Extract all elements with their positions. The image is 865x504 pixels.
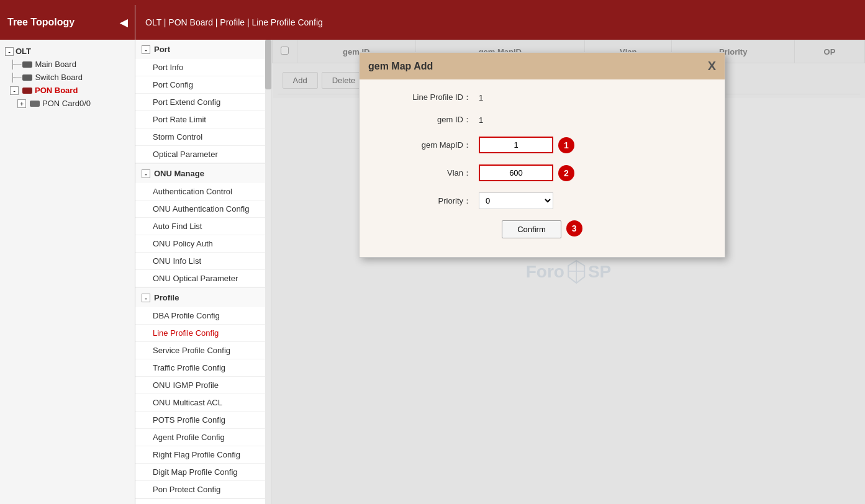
content-area: OLT | PON Board | Profile | Line Profile… — [135, 5, 865, 504]
nav-item-onu-policy-auth[interactable]: ONU Policy Auth — [135, 235, 271, 253]
nav-item-dba-profile[interactable]: DBA Profile Config — [135, 307, 271, 325]
pon-card-expand[interactable]: + — [17, 99, 26, 108]
step-badge-1: 1 — [558, 137, 574, 153]
sidebar-title-label: Tree Topology — [7, 17, 75, 28]
nav-item-onu-auth-config[interactable]: ONU Authentication Config — [135, 200, 271, 218]
nav-section-onu-manage-header[interactable]: - ONU Manage — [135, 164, 271, 183]
gem-mapid-label: gem MapID： — [384, 140, 471, 151]
tree-container: - OLT ├─ Main Board ├─ Switch Board - — [0, 40, 135, 504]
line-profile-id-value: 1 — [479, 93, 483, 102]
onu-manage-expand[interactable]: - — [142, 169, 150, 178]
nav-item-optical-parameter[interactable]: Optical Parameter — [135, 146, 271, 163]
table-area: gem ID gem MapID Vlan Priority OP Add — [272, 40, 865, 504]
pon-board-icon — [22, 88, 32, 94]
form-row-priority: Priority： 0 1 2 3 4 5 6 7 — [384, 192, 700, 209]
sidebar: Tree Topology ◀ - OLT ├─ Main Board ├─ S… — [0, 5, 135, 504]
profile-label: Profile — [154, 293, 179, 302]
nav-item-pots-profile[interactable]: POTS Profile Config — [135, 412, 271, 429]
nav-item-traffic-profile[interactable]: Traffic Profile Config — [135, 359, 271, 377]
modal-body: Line Profile ID： 1 gem ID： 1 gem MapID： — [360, 79, 725, 257]
nav-item-auth-control[interactable]: Authentication Control — [135, 183, 271, 200]
pon-board-expand[interactable]: - — [10, 86, 19, 95]
nav-scrollbar-thumb[interactable] — [265, 40, 271, 89]
onu-manage-label: ONU Manage — [154, 169, 204, 178]
step-badge-3: 3 — [566, 220, 582, 236]
tree-item-pon-card[interactable]: + PON Card0/0 — [2, 97, 132, 110]
port-section-expand[interactable]: - — [142, 45, 150, 54]
nav-section-port: - Port Port Info Port Config Port Extend… — [135, 40, 271, 164]
form-row-gem-id: gem ID： 1 — [384, 114, 700, 125]
nav-item-service-profile[interactable]: Service Profile Config — [135, 342, 271, 359]
nav-item-port-info[interactable]: Port Info — [135, 59, 271, 76]
sidebar-title-bar: Tree Topology ◀ — [0, 5, 135, 40]
pon-card-label: PON Card0/0 — [42, 99, 91, 108]
nav-section-port-header[interactable]: - Port — [135, 40, 271, 59]
form-row-gem-mapid: gem MapID： 1 — [384, 137, 700, 153]
nav-section-onu-manage: - ONU Manage Authentication Control ONU … — [135, 164, 271, 288]
nav-scrollbar[interactable] — [265, 40, 271, 504]
nav-item-digit-map-profile[interactable]: Digit Map Profile Config — [135, 464, 271, 481]
switch-board-icon — [22, 74, 32, 81]
tree-item-olt[interactable]: - OLT — [2, 45, 132, 58]
nav-section-profile: - Profile DBA Profile Config Line Profil… — [135, 288, 271, 499]
nav-item-port-extend-config[interactable]: Port Extend Config — [135, 94, 271, 111]
modal-close-button[interactable]: X — [708, 59, 716, 73]
nav-item-onu-igmp-profile[interactable]: ONU IGMP Profile — [135, 377, 271, 394]
pon-board-label: PON Board — [35, 86, 78, 95]
nav-section-profile-header[interactable]: - Profile — [135, 288, 271, 307]
nav-item-onu-multicast-acl[interactable]: ONU Multicast ACL — [135, 394, 271, 412]
vlan-label: Vlan： — [384, 168, 471, 179]
gem-map-add-modal: gem Map Add X Line Profile ID： 1 gem — [359, 52, 725, 258]
nav-item-auto-find-list[interactable]: Auto Find List — [135, 218, 271, 235]
form-row-line-profile-id: Line Profile ID： 1 — [384, 92, 700, 103]
content-body: - Port Port Info Port Config Port Extend… — [135, 40, 865, 504]
breadcrumb-text: OLT | PON Board | Profile | Line Profile… — [145, 17, 323, 27]
nav-panel: - Port Port Info Port Config Port Extend… — [135, 40, 272, 504]
nav-item-line-profile[interactable]: Line Profile Config — [135, 325, 271, 342]
modal-title: gem Map Add — [368, 61, 433, 72]
form-row-vlan: Vlan： 2 — [384, 164, 700, 181]
priority-label: Priority： — [384, 196, 471, 207]
profile-expand[interactable]: - — [142, 294, 150, 302]
gem-id-value: 1 — [479, 115, 483, 125]
nav-item-agent-profile[interactable]: Agent Profile Config — [135, 429, 271, 446]
nav-item-onu-optical-param[interactable]: ONU Optical Parameter — [135, 270, 271, 287]
olt-expand[interactable]: - — [5, 47, 14, 56]
olt-label: OLT — [16, 47, 31, 56]
vlan-input[interactable] — [479, 164, 553, 181]
line-profile-id-label: Line Profile ID： — [384, 92, 471, 103]
switch-board-label: Switch Board — [35, 73, 83, 82]
confirm-label: Confirm — [517, 225, 546, 234]
main-board-icon — [22, 61, 32, 68]
nav-item-right-flag-profile[interactable]: Right Flag Profile Config — [135, 446, 271, 464]
main-board-label: Main Board — [35, 60, 76, 69]
step-badge-2: 2 — [558, 165, 574, 181]
sidebar-collapse-arrow[interactable]: ◀ — [120, 17, 127, 29]
gem-id-label: gem ID： — [384, 114, 471, 125]
nav-item-storm-control[interactable]: Storm Control — [135, 128, 271, 146]
nav-item-onu-info-list[interactable]: ONU Info List — [135, 253, 271, 270]
pon-card-icon — [30, 101, 40, 107]
nav-item-port-config[interactable]: Port Config — [135, 76, 271, 94]
confirm-row: Confirm 3 — [384, 220, 700, 238]
nav-item-port-rate-limit[interactable]: Port Rate Limit — [135, 111, 271, 128]
tree-item-switch-board[interactable]: ├─ Switch Board — [2, 71, 132, 84]
gem-mapid-input[interactable] — [479, 137, 553, 153]
top-header-bar — [0, 0, 865, 5]
modal-header: gem Map Add X — [360, 53, 725, 79]
tree-item-pon-board[interactable]: - PON Board — [2, 84, 132, 97]
confirm-button[interactable]: Confirm — [502, 220, 561, 238]
modal-overlay: gem Map Add X Line Profile ID： 1 gem — [272, 40, 865, 504]
tree-item-main-board[interactable]: ├─ Main Board — [2, 58, 132, 71]
breadcrumb: OLT | PON Board | Profile | Line Profile… — [135, 5, 865, 40]
nav-item-pon-protect[interactable]: Pon Protect Config — [135, 481, 271, 498]
priority-select[interactable]: 0 1 2 3 4 5 6 7 — [479, 192, 553, 209]
port-section-label: Port — [154, 45, 170, 54]
